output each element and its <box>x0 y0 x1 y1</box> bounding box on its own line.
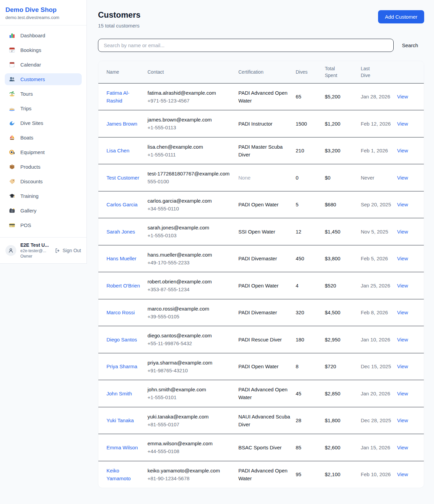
customer-name-link[interactable]: Fatima Al-Rashid <box>106 90 130 104</box>
table-row: James Brown james.brown@example.com +1-5… <box>98 110 424 137</box>
table-row: Carlos Garcia carlos.garcia@example.com … <box>98 191 424 218</box>
sidebar-item-label: Products <box>20 164 40 170</box>
customer-certification: PADI Open Water <box>238 272 296 299</box>
customer-name-link[interactable]: Carlos Garcia <box>106 202 138 207</box>
customer-dives: 320 <box>296 299 325 326</box>
search-row: Search <box>98 39 424 52</box>
customer-name-link[interactable]: Marco Rossi <box>106 310 135 315</box>
customer-name-link[interactable]: Sarah Jones <box>106 229 135 235</box>
view-link[interactable]: View <box>397 202 408 207</box>
view-link[interactable]: View <box>397 283 408 288</box>
sidebar-item-trips[interactable]: Trips <box>5 102 82 114</box>
add-customer-button[interactable]: Add Customer <box>378 10 424 23</box>
sidebar-item-bookings[interactable]: 17 Bookings <box>5 44 82 56</box>
customer-phone: +1-555-0101 <box>147 393 233 401</box>
customer-email: john.smith@example.com <box>147 386 233 393</box>
sign-out-button[interactable]: Sign Out <box>55 248 81 254</box>
customer-name-link[interactable]: Keiko Yamamoto <box>106 468 131 481</box>
customer-last-dive: Jan 25, 2026 <box>361 272 397 299</box>
view-link[interactable]: View <box>397 445 408 450</box>
user-name: E2E Test U... <box>20 242 52 248</box>
customer-name-link[interactable]: Priya Sharma <box>106 363 137 369</box>
customer-name-link[interactable]: Diego Santos <box>106 337 137 342</box>
customer-certification: SSI Open Water <box>238 218 296 245</box>
customer-count: 15 total customers <box>98 23 140 29</box>
customer-name-link[interactable]: Yuki Tanaka <box>106 417 134 423</box>
customer-name-link[interactable]: Hans Mueller <box>106 256 136 261</box>
customer-total-spent: $0 <box>325 164 361 191</box>
customer-name-link[interactable]: Emma Wilson <box>106 445 138 450</box>
sidebar-item-gallery[interactable]: Gallery <box>5 205 82 217</box>
view-link[interactable]: View <box>397 148 408 153</box>
customer-name-link[interactable]: Robert O'Brien <box>106 283 140 288</box>
sidebar-item-calendar[interactable]: Calendar <box>5 59 82 71</box>
view-link[interactable]: View <box>397 417 408 423</box>
view-link[interactable]: View <box>397 310 408 315</box>
training-icon <box>9 193 15 199</box>
sidebar-item-label: Gallery <box>20 208 37 213</box>
table-row: Hans Mueller hans.mueller@example.com +4… <box>98 245 424 272</box>
customer-total-spent: $2,850 <box>325 380 361 407</box>
customer-phone: +34-555-0110 <box>147 205 233 212</box>
sidebar-item-discounts[interactable]: Discounts <box>5 175 82 187</box>
sidebar-item-equipment[interactable]: Equipment <box>5 146 82 158</box>
customer-name-link[interactable]: Lisa Chen <box>106 148 130 153</box>
customer-total-spent: $3,200 <box>325 137 361 164</box>
customer-phone: +971-55-123-4567 <box>147 97 233 105</box>
customer-email: lisa.chen@example.com <box>147 143 233 151</box>
customer-total-spent: $1,450 <box>325 218 361 245</box>
customer-phone: +44-555-0108 <box>147 447 233 455</box>
avatar <box>5 245 16 256</box>
sidebar-item-customers[interactable]: Customers <box>5 73 82 85</box>
view-link[interactable]: View <box>397 337 408 342</box>
customer-email: marco.rossi@example.com <box>147 305 233 313</box>
customer-phone: +1-555-0103 <box>147 231 233 239</box>
sidebar-item-label: Dive Sites <box>20 120 43 126</box>
customer-certification: PADI Open Water <box>238 191 296 218</box>
sidebar-item-training[interactable]: Training <box>5 190 82 202</box>
table-row: Diego Santos diego.santos@example.com +5… <box>98 326 424 353</box>
sidebar-item-boats[interactable]: Boats <box>5 132 82 144</box>
sidebar-item-pos[interactable]: POS <box>5 219 82 231</box>
sidebar-item-dashboard[interactable]: Dashboard <box>5 30 82 41</box>
customer-email: hans.mueller@example.com <box>147 251 233 259</box>
customer-name-link[interactable]: Test Customer <box>106 175 139 181</box>
customers-icon <box>9 76 15 82</box>
customer-name-link[interactable]: John Smith <box>106 391 132 396</box>
view-link[interactable]: View <box>397 471 408 477</box>
view-link[interactable]: View <box>397 256 408 261</box>
customer-dives: 85 <box>296 434 325 461</box>
sidebar-item-products[interactable]: Products <box>5 161 82 173</box>
customer-total-spent: $2,100 <box>325 461 361 488</box>
column-header-dives: Dives <box>296 61 325 83</box>
customer-certification: PADI Divemaster <box>238 299 296 326</box>
customer-email: emma.wilson@example.com <box>147 440 233 447</box>
sidebar-item-tours[interactable]: Tours <box>5 88 82 100</box>
view-link[interactable]: View <box>397 175 408 181</box>
customer-certification: PADI Advanced Open Water <box>238 83 296 110</box>
customer-email: james.brown@example.com <box>147 116 233 124</box>
customer-name-link[interactable]: James Brown <box>106 121 137 127</box>
sidebar: Demo Dive Shop demo.test.divestreams.com… <box>0 0 87 264</box>
view-link[interactable]: View <box>397 229 408 235</box>
sidebar-item-dive-sites[interactable]: Dive Sites <box>5 117 82 129</box>
view-link[interactable]: View <box>397 121 408 127</box>
customer-email: keiko.yamamoto@example.com <box>147 467 233 474</box>
customer-certification: PADI Open Water <box>238 353 296 380</box>
sidebar-item-label: Calendar <box>20 62 41 68</box>
view-link[interactable]: View <box>397 94 408 99</box>
customer-certification: PADI Master Scuba Diver <box>238 137 296 164</box>
search-button[interactable]: Search <box>396 40 424 51</box>
sidebar-item-label: Equipment <box>20 149 45 155</box>
customer-dives: 8 <box>296 353 325 380</box>
customers-table: Name Contact Certification Dives Total S… <box>98 61 424 488</box>
customer-dives: 1500 <box>296 110 325 137</box>
customer-dives: 4 <box>296 272 325 299</box>
customer-last-dive: Sep 20, 2025 <box>361 191 397 218</box>
dashboard-icon <box>9 32 15 39</box>
view-link[interactable]: View <box>397 391 408 396</box>
search-input[interactable] <box>98 39 394 52</box>
view-link[interactable]: View <box>397 363 408 369</box>
customer-last-dive: Feb 5, 2026 <box>361 245 397 272</box>
table-row: Emma Wilson emma.wilson@example.com +44-… <box>98 434 424 461</box>
